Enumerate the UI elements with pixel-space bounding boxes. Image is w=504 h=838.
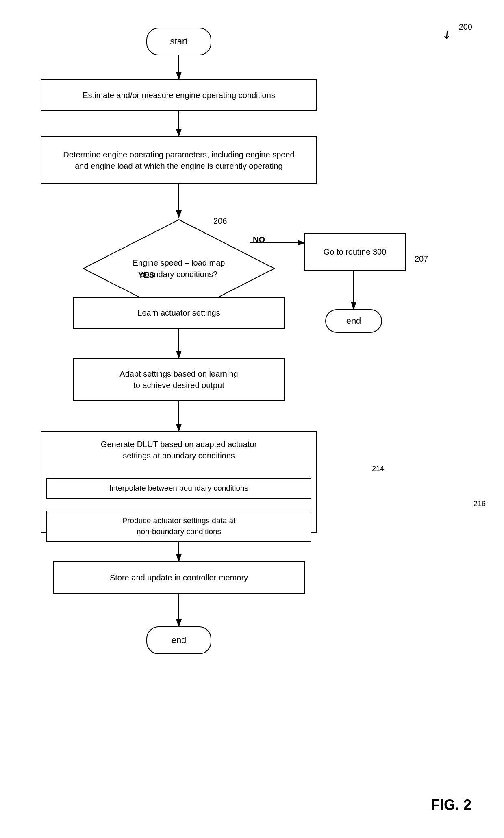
ref-207: 207 <box>415 254 428 264</box>
arrow-indicator: ↙ <box>439 26 454 42</box>
fig-label-text: FIG. 2 <box>431 797 471 813</box>
no-label: NO <box>253 235 265 244</box>
process-207-label: Go to routine 300 <box>324 246 387 258</box>
ref-214: 214 <box>241 464 504 474</box>
process-212-label: Generate DLUT based on adapted actuator … <box>101 440 257 460</box>
process-202-label: Estimate and/or measure engine operating… <box>83 89 275 101</box>
process-204-label: Determine engine operating parameters, i… <box>63 149 294 172</box>
end-terminal-2: end <box>146 626 211 654</box>
no-label-text: NO <box>253 235 265 244</box>
process-216: Produce actuator settings data at non-bo… <box>46 511 311 542</box>
ref207-text: 207 <box>415 254 428 263</box>
process-214-label: Interpolate between boundary conditions <box>109 484 248 492</box>
process-202: Estimate and/or measure engine operating… <box>41 79 317 111</box>
figure-number-text: 200 <box>459 22 472 31</box>
end1-label: end <box>346 316 361 326</box>
start-label: start <box>170 36 188 47</box>
process-210: Adapt settings based on learning to achi… <box>73 358 285 401</box>
ref216-text: 216 <box>474 500 486 508</box>
process-212-outer: Generate DLUT based on adapted actuator … <box>41 431 317 533</box>
process-208: Learn actuator settings <box>73 297 285 329</box>
ref214-text: 214 <box>372 465 384 473</box>
start-terminal: start <box>146 28 211 55</box>
process-208-label: Learn actuator settings <box>137 307 220 319</box>
decision-206-label: Engine speed – load map boundary conditi… <box>133 258 225 279</box>
process-216-label: Produce actuator settings data at non-bo… <box>122 516 236 536</box>
process-218: Store and update in controller memory <box>53 561 305 594</box>
end2-label: end <box>172 635 187 646</box>
ref-200-number: 200 <box>459 22 472 32</box>
flowchart-diagram: start 200 ↙ 202 Estimate and/or measure … <box>0 0 504 838</box>
process-207: Go to routine 300 <box>304 233 406 271</box>
arrows-svg <box>0 0 504 838</box>
end-terminal-1: end <box>325 309 382 333</box>
process-210-label: Adapt settings based on learning to achi… <box>119 368 238 391</box>
process-214: Interpolate between boundary conditions <box>46 478 311 499</box>
process-218-label: Store and update in controller memory <box>110 572 248 583</box>
process-204: Determine engine operating parameters, i… <box>41 136 317 184</box>
ref-216: 216 <box>444 499 504 509</box>
fig-label: FIG. 2 <box>431 797 471 814</box>
process-212-text: Generate DLUT based on adapted actuator … <box>41 432 316 468</box>
decision-206-text: Engine speed – load map boundary conditi… <box>133 257 225 280</box>
